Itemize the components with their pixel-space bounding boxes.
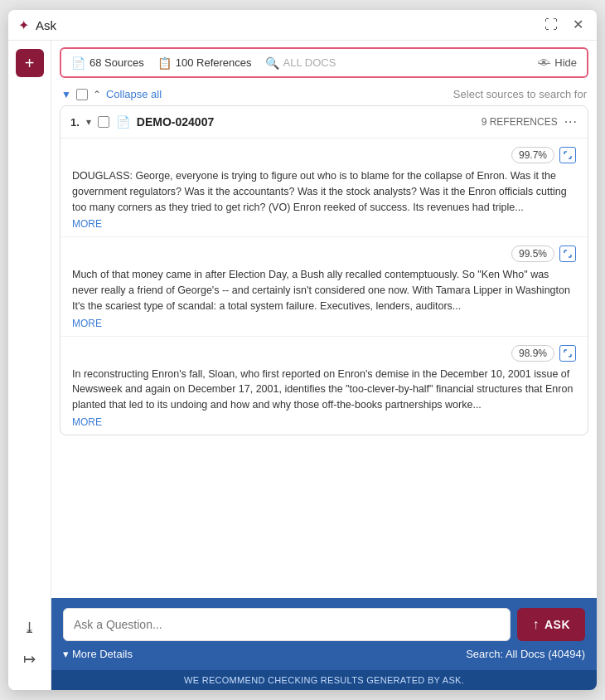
doc-checkbox[interactable] [98,116,109,128]
bottom-panel: ↑ ASK ▾ More Details Search: All Docs (4… [51,598,597,670]
ref-header: 99.5% [72,245,576,262]
ref-more-link[interactable]: MORE [72,416,576,428]
ref-text: In reconstructing Enron's fall, Sloan, w… [72,367,576,413]
ref-more-link[interactable]: MORE [72,318,576,329]
ref-text: DOUGLASS: George, everyone is trying to … [72,168,576,215]
refs-icon: 📋 [157,56,172,70]
doc-number: 1. [70,116,80,129]
ref-more-link[interactable]: MORE [72,218,576,230]
title-bar: ✦ Ask ⛶ ✕ [8,10,597,41]
ref-entry: 99.5% Much of that money came in after E… [60,237,588,336]
toolbar: 📄 68 Sources 📋 100 References 🔍 ALL DOCS… [60,47,588,78]
doc-file-icon: 📄 [116,115,130,129]
search-item: 🔍 ALL DOCS [265,56,336,70]
download-icon[interactable]: ⤓ [23,619,36,637]
expand-button[interactable]: ⛶ [541,17,561,33]
ask-input[interactable] [63,608,511,641]
doc-header: 1. ▾ 📄 DEMO-024007 9 REFERENCES ··· [60,106,588,139]
up-icon: ⌃ [93,89,101,100]
ref-header: 98.9% [72,345,576,362]
expand-ref-button[interactable] [559,245,576,262]
hide-icon: 👁 [538,56,550,70]
disclaimer-banner: WE RECOMMEND CHECKING RESULTS GENERATED … [51,670,597,690]
all-docs-label: ALL DOCS [283,56,336,69]
title-bar-left: ✦ Ask [18,17,56,33]
ref-header: 99.7% [72,147,576,163]
score-badge: 98.9% [511,345,554,362]
sources-count: 📄 68 Sources [71,56,144,70]
more-details-button[interactable]: ▾ More Details [63,648,133,660]
results-area[interactable]: 1. ▾ 📄 DEMO-024007 9 REFERENCES ··· 99.7… [51,105,597,598]
ref-entry: 98.9% In reconstructing Enron's fall, Sl… [60,337,588,435]
main-content: + ⤓ ↦ 📄 68 Sources 📋 100 References 🔍 [8,41,597,690]
title-bar-right: ⛶ ✕ [541,17,587,33]
app-title: Ask [36,18,56,32]
refs-count: 📋 100 References [157,56,252,70]
ask-arrow-icon: ↑ [532,617,540,632]
hide-button[interactable]: 👁 Hide [538,56,577,70]
select-sources-label: Select sources to search for [453,88,587,100]
app-window: ✦ Ask ⛶ ✕ + ⤓ ↦ 📄 68 Sources [8,10,597,690]
doc-more-button[interactable]: ··· [564,114,578,129]
document-card: 1. ▾ 📄 DEMO-024007 9 REFERENCES ··· 99.7… [60,105,588,435]
score-badge: 99.5% [511,245,554,262]
close-button[interactable]: ✕ [569,17,587,33]
ask-button[interactable]: ↑ ASK [517,608,585,641]
wand-icon: ✦ [18,17,29,33]
search-icon: 🔍 [265,56,279,70]
chevron-down-icon: ▾ [63,648,69,660]
doc-name: DEMO-024007 [137,115,475,129]
bottom-footer-row: ▾ More Details Search: All Docs (40494) [63,648,585,660]
ref-text: Much of that money came in after Electio… [72,267,576,314]
export-icon[interactable]: ↦ [23,650,36,668]
doc-refs-count: 9 REFERENCES [482,116,558,128]
collapse-bar: ▼ ⌃ Collapse all Select sources to searc… [51,85,597,105]
chevron-down-icon: ▼ [61,89,71,100]
expand-ref-button[interactable] [559,345,576,362]
ask-input-row: ↑ ASK [63,608,585,641]
search-info: Search: All Docs (40494) [466,648,585,660]
add-button[interactable]: + [16,49,44,77]
collapse-all-button[interactable]: Collapse all [106,88,162,100]
ref-entry: 99.7% DOUGLASS: George, everyone is tryi… [60,139,588,237]
sidebar: + ⤓ ↦ [8,41,51,690]
sidebar-bottom: ⤓ ↦ [23,619,36,682]
score-badge: 99.7% [511,147,554,163]
doc-collapse-icon[interactable]: ▾ [86,116,91,128]
select-all-checkbox[interactable] [76,89,88,100]
sources-icon: 📄 [71,56,85,70]
expand-ref-button[interactable] [559,147,576,163]
content-area: 📄 68 Sources 📋 100 References 🔍 ALL DOCS… [51,41,597,690]
